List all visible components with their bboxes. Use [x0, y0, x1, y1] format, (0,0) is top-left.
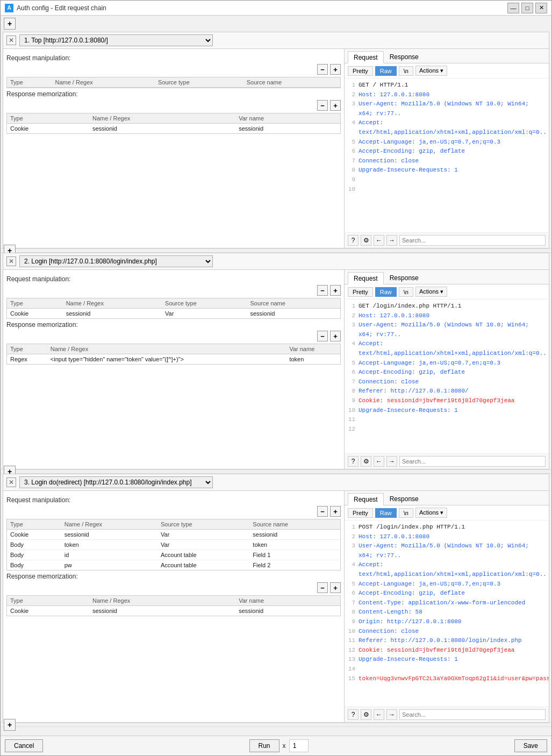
cell-type: Cookie [7, 309, 63, 319]
chain-2-actions-btn[interactable]: Actions ▾ [415, 287, 447, 297]
chain-3-actions-btn[interactable]: Actions ▾ [415, 508, 447, 518]
chain-2-back-btn[interactable]: ← [374, 456, 384, 467]
http-line: 3User-Agent: Mozilla/5.0 (Windows NT 10.… [348, 320, 546, 339]
chain-1-back-btn[interactable]: ← [374, 235, 384, 246]
chain-3-resp-mem-add-btn[interactable]: + [330, 582, 341, 593]
http-line: 12 [348, 425, 546, 434]
chain-1-search-input[interactable] [399, 235, 546, 246]
chain-2-req-manip-add-btn[interactable]: + [330, 285, 341, 296]
chain-2-search-input[interactable] [399, 456, 546, 467]
chain-2-remove-button[interactable]: ✕ [6, 256, 16, 266]
chain-1-http-content: 1GET / HTTP/1.1 2Host: 127.0.0.1:8080 3U… [345, 79, 549, 232]
chain-1-resp-mem-remove-btn[interactable]: − [317, 100, 328, 111]
http-line: 7Connection: close [348, 377, 546, 387]
run-button[interactable]: Run [249, 739, 279, 752]
table-row: Cookie sessionid sessionid [7, 606, 340, 616]
chain-3-newline-btn[interactable]: \n [399, 508, 413, 518]
chain-1-col-source-type: Source type [155, 77, 243, 88]
chain-1-help-btn[interactable]: ? [348, 235, 359, 246]
chain-3-req-manip-add-btn[interactable]: + [330, 506, 341, 517]
chain-3-help-btn[interactable]: ? [348, 709, 359, 720]
chain-2-settings-btn[interactable]: ⚙ [361, 456, 371, 467]
chain-1-request-tab[interactable]: Request [348, 51, 384, 63]
chain-1-remove-button[interactable]: ✕ [6, 35, 16, 45]
cell-name: sessionid [89, 124, 235, 134]
http-line: 4Accept: text/html,application/xhtml+xml… [348, 339, 546, 358]
chain-1-select[interactable]: 1. Top [http://127.0.0.1:8080/] [19, 34, 213, 46]
chain-2-req-manip-label: Request manipulation: [6, 275, 341, 283]
app-icon: A [5, 4, 13, 12]
chain-3-req-manip-remove-btn[interactable]: − [317, 506, 328, 517]
chain-3-settings-btn[interactable]: ⚙ [361, 709, 371, 720]
chain-3-raw-btn[interactable]: Raw [375, 508, 397, 518]
chain-2-newline-btn[interactable]: \n [399, 287, 413, 297]
top-add-button[interactable]: + [4, 18, 16, 30]
chain-2-select[interactable]: 2. Login [http://127.0.0.1:8080/login/in… [19, 255, 213, 267]
col-source-name: Source name [249, 519, 340, 530]
chain-2-pretty-btn[interactable]: Pretty [348, 287, 373, 297]
chain-3-resp-mem-table-container: Type Name / Regex Var name Cookie sessio… [6, 595, 341, 616]
http-line: 6Accept-Encoding: gzip, deflate [348, 368, 546, 377]
cancel-button[interactable]: Cancel [5, 739, 43, 752]
chain-1-resp-col-type: Type [7, 113, 89, 124]
close-button[interactable]: ✕ [535, 3, 547, 13]
chain-2-raw-btn[interactable]: Raw [375, 287, 397, 297]
chain-2-right-panel: Request Response Pretty Raw \n Actions ▾… [345, 270, 549, 469]
table-row: Cookie sessionid sessionid [7, 124, 340, 134]
chain-1-http-toolbar: Pretty Raw \n Actions ▾ [345, 63, 549, 79]
top-add-bar: + [1, 16, 551, 32]
chain-2-req-manip-remove-btn[interactable]: − [317, 285, 328, 296]
chain-3-remove-button[interactable]: ✕ [6, 477, 16, 487]
chain-2-req-resp-tabs: Request Response [345, 270, 549, 284]
chain-3-response-tab[interactable]: Response [384, 493, 425, 505]
chain-2-resp-mem-remove-btn[interactable]: − [317, 331, 328, 341]
chain-2-response-tab[interactable]: Response [384, 272, 425, 284]
save-button[interactable]: Save [514, 739, 547, 752]
run-count-input[interactable] [289, 739, 309, 752]
chain-3-back-btn[interactable]: ← [374, 709, 384, 720]
cell-type: Cookie [7, 606, 89, 616]
chain-2-http-content: 1GET /login/index.php HTTP/1.1 2Host: 12… [345, 299, 549, 453]
http-line: 7Content-Type: application/x-www-form-ur… [348, 598, 546, 608]
minimize-button[interactable]: — [507, 3, 519, 13]
chain-1-response-tab[interactable]: Response [384, 51, 425, 63]
http-line: 9Origin: http://127.0.0.1:8080 [348, 617, 546, 627]
chain-3-search-input[interactable] [399, 709, 546, 720]
cell-name: sessionid [61, 530, 157, 540]
maximize-button[interactable]: □ [521, 3, 533, 13]
col-type: Type [7, 519, 61, 530]
cell-type: Body [7, 560, 61, 570]
col-type: Type [7, 344, 47, 354]
chain-1-right-panel: Request Response Pretty Raw \n Actions ▾… [345, 49, 549, 248]
chain-3-resp-mem-remove-btn[interactable]: − [317, 582, 328, 593]
chain-1-col-type: Type [7, 77, 52, 88]
chain-2-forward-btn[interactable]: → [386, 456, 397, 467]
chain-3-http-content: 1POST /login/index.php HTTP/1.1 2Host: 1… [345, 520, 549, 707]
chain-1-col-source-name: Source name [243, 77, 340, 88]
chain-3-pretty-btn[interactable]: Pretty [348, 508, 373, 518]
chain-1-header: ✕ 1. Top [http://127.0.0.1:8080/] [3, 32, 549, 49]
chain-1-actions-btn[interactable]: Actions ▾ [415, 66, 447, 76]
chain-1-settings-btn[interactable]: ⚙ [361, 235, 371, 246]
chain-1-req-manip-remove-btn[interactable]: − [317, 64, 328, 75]
col-name: Name / Regex [47, 344, 286, 354]
chain-1-resp-mem-add-btn[interactable]: + [330, 100, 341, 111]
chain-1-bottom-toolbar: ? ⚙ ← → [345, 232, 549, 248]
chain-2-help-btn[interactable]: ? [348, 456, 359, 467]
col-name: Name / Regex [89, 596, 235, 606]
chain-2-request-tab[interactable]: Request [348, 272, 384, 284]
http-line: 8Content-Length: 58 [348, 608, 546, 617]
chain-1-newline-btn[interactable]: \n [399, 66, 413, 76]
chain-1-pretty-btn[interactable]: Pretty [348, 66, 373, 76]
cell-source-type: Var [162, 309, 247, 319]
chain-3-request-tab[interactable]: Request [348, 493, 384, 505]
titlebar: A Auth config - Edit request chain — □ ✕ [1, 1, 551, 16]
add-button-bottom[interactable]: + [4, 719, 16, 731]
chain-1-raw-btn[interactable]: Raw [375, 66, 397, 76]
chain-2-resp-mem-add-btn[interactable]: + [330, 331, 341, 341]
chain-3-req-manip-table-container: Type Name / Regex Source type Source nam… [6, 519, 341, 570]
chain-3-forward-btn[interactable]: → [386, 709, 397, 720]
chain-3-select[interactable]: 3. Login do(redirect) [http://127.0.0.1:… [19, 476, 213, 488]
chain-1-forward-btn[interactable]: → [386, 235, 397, 246]
chain-1-req-manip-add-btn[interactable]: + [330, 64, 341, 75]
